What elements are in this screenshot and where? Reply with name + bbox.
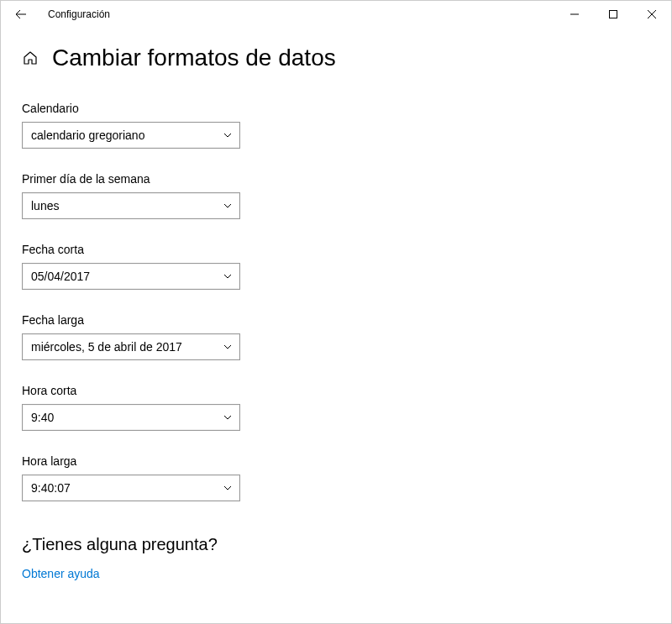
chevron-down-icon bbox=[223, 483, 233, 493]
short-date-value: 05/04/2017 bbox=[31, 270, 223, 283]
close-button[interactable] bbox=[633, 1, 671, 28]
field-long-time: Hora larga 9:40:07 bbox=[22, 454, 650, 501]
long-time-label: Hora larga bbox=[22, 454, 650, 468]
minimize-icon bbox=[570, 10, 579, 18]
page-header: Cambiar formatos de datos bbox=[22, 45, 650, 71]
field-long-date: Fecha larga miércoles, 5 de abril de 201… bbox=[22, 313, 650, 360]
calendar-value: calendario gregoriano bbox=[31, 128, 223, 142]
window-controls bbox=[555, 1, 671, 28]
help-section: ¿Tienes alguna pregunta? Obtener ayuda bbox=[22, 535, 650, 581]
calendar-label: Calendario bbox=[22, 102, 650, 115]
maximize-button[interactable] bbox=[594, 1, 633, 28]
short-date-dropdown[interactable]: 05/04/2017 bbox=[22, 263, 240, 290]
chevron-down-icon bbox=[223, 201, 233, 211]
long-date-dropdown[interactable]: miércoles, 5 de abril de 2017 bbox=[22, 333, 240, 360]
home-button[interactable] bbox=[22, 50, 39, 66]
field-first-day: Primer día de la semana lunes bbox=[22, 172, 650, 219]
field-calendar: Calendario calendario gregoriano bbox=[22, 102, 650, 149]
back-button[interactable] bbox=[8, 1, 34, 28]
short-time-label: Hora corta bbox=[22, 384, 650, 397]
chevron-down-icon bbox=[223, 271, 233, 281]
field-short-date: Fecha corta 05/04/2017 bbox=[22, 243, 650, 290]
maximize-icon bbox=[609, 10, 617, 18]
chevron-down-icon bbox=[223, 130, 233, 140]
help-link[interactable]: Obtener ayuda bbox=[22, 567, 100, 580]
first-day-label: Primer día de la semana bbox=[22, 172, 650, 186]
field-short-time: Hora corta 9:40 bbox=[22, 384, 650, 431]
chevron-down-icon bbox=[223, 342, 233, 352]
long-time-dropdown[interactable]: 9:40:07 bbox=[22, 475, 240, 501]
page-title: Cambiar formatos de datos bbox=[52, 45, 336, 71]
svg-rect-0 bbox=[610, 11, 617, 18]
calendar-dropdown[interactable]: calendario gregoriano bbox=[22, 122, 240, 149]
first-day-dropdown[interactable]: lunes bbox=[22, 192, 240, 219]
short-time-value: 9:40 bbox=[31, 411, 223, 424]
help-heading: ¿Tienes alguna pregunta? bbox=[22, 535, 650, 554]
arrow-left-icon bbox=[15, 8, 27, 20]
chevron-down-icon bbox=[223, 412, 233, 422]
long-date-value: miércoles, 5 de abril de 2017 bbox=[31, 340, 223, 354]
titlebar: Configuración bbox=[1, 1, 671, 28]
long-date-label: Fecha larga bbox=[22, 313, 650, 327]
minimize-button[interactable] bbox=[555, 1, 594, 28]
home-icon bbox=[23, 50, 38, 66]
content-area: Cambiar formatos de datos Calendario cal… bbox=[1, 28, 671, 598]
short-date-label: Fecha corta bbox=[22, 243, 650, 256]
window-title: Configuración bbox=[34, 8, 110, 20]
long-time-value: 9:40:07 bbox=[31, 481, 223, 495]
short-time-dropdown[interactable]: 9:40 bbox=[22, 404, 240, 431]
first-day-value: lunes bbox=[31, 199, 223, 212]
close-icon bbox=[648, 10, 656, 18]
